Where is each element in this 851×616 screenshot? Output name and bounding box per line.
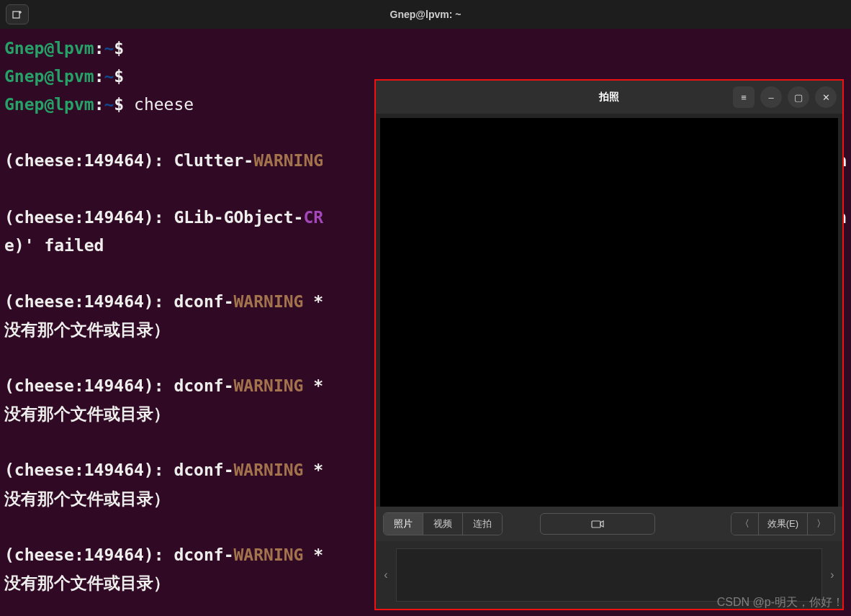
prompt-path: ~ [104,67,114,86]
log-line: * [303,292,323,311]
log-line: (cheese:149464): dconf- [4,376,234,395]
terminal-command: cheese [134,95,194,114]
cheese-toolbar: 照片 视频 连拍 〈 效果(E) 〉 [376,507,842,541]
prompt-dollar: $ [114,95,124,114]
thumb-next-button[interactable]: › [827,569,838,581]
prompt-user: Gnep@lpvm [4,39,94,58]
svg-rect-0 [13,12,19,18]
prompt-colon: : [94,95,104,114]
log-line: (cheese:149464): Clutter- [4,151,253,170]
log-line: 没有那个文件或目录） [4,404,170,423]
log-warning: WARNING [253,151,323,170]
chevron-right-icon: › [830,569,834,581]
chevron-left-icon: ‹ [384,569,387,581]
terminal-titlebar: Gnep@lpvm: ~ [0,0,851,29]
prompt-dollar: $ [114,67,124,86]
maximize-icon: ▢ [794,92,803,103]
log-warning: WARNING [234,461,304,479]
window-title: Gnep@lpvm: ~ [0,9,851,20]
effects-next-button[interactable]: 〉 [808,513,834,535]
log-line: e)' failed [4,236,104,255]
prompt-user: Gnep@lpvm [4,95,94,114]
camera-icon [591,519,604,529]
effects-button[interactable]: 效果(E) [759,513,808,535]
mode-photo-button[interactable]: 照片 [384,513,423,535]
log-line: (cheese:149464): dconf- [4,461,234,479]
prompt-colon: : [94,67,104,86]
effects-prev-button[interactable]: 〈 [731,513,759,535]
log-critical: CR [303,208,323,227]
svg-rect-3 [592,521,600,527]
maximize-button[interactable]: ▢ [788,86,809,108]
prompt-path: ~ [104,95,114,114]
log-warning: WARNING [234,376,304,395]
mode-group: 照片 视频 连拍 [383,512,503,535]
new-tab-icon [12,9,22,19]
thumbnail-area[interactable] [396,548,822,602]
prompt-path: ~ [104,39,114,58]
close-icon: ✕ [822,92,830,103]
mode-video-button[interactable]: 视频 [423,513,463,535]
minimize-button[interactable]: – [760,86,782,108]
hamburger-menu-button[interactable]: ≡ [733,86,755,108]
chevron-right-icon: 〉 [816,517,826,530]
prompt-dollar: $ [114,39,124,58]
close-button[interactable]: ✕ [815,86,837,108]
chevron-left-icon: 〈 [740,517,749,530]
thumbnail-strip: ‹ › [376,541,842,609]
new-tab-button[interactable] [6,4,29,24]
log-line: (cheese:149464): dconf- [4,292,234,311]
capture-button[interactable] [540,513,655,535]
prompt-colon: : [94,39,104,58]
window-controls: ≡ – ▢ ✕ [733,86,837,108]
log-line: 没有那个文件或目录） [4,320,170,339]
log-warning: WARNING [234,292,304,311]
mode-burst-button[interactable]: 连拍 [463,513,502,535]
log-line: * [303,461,323,479]
log-line: (cheese:149464): GLib-GObject- [4,208,303,227]
log-line: (cheese:149464): dconf- [4,545,234,564]
cheese-window: 拍照 ≡ – ▢ ✕ 照片 视频 连拍 〈 效果(E) 〉 ‹ › [374,79,844,610]
log-line: 没有那个文件或目录） [4,489,170,508]
log-line: * [303,376,323,395]
effects-group: 〈 效果(E) 〉 [731,512,835,535]
cheese-header: 拍照 ≡ – ▢ ✕ [376,81,842,114]
hamburger-icon: ≡ [741,92,747,103]
thumb-prev-button[interactable]: ‹ [380,569,392,581]
camera-viewport [380,118,838,507]
log-line: 没有那个文件或目录） [4,574,170,592]
prompt-user: Gnep@lpvm [4,67,94,86]
minimize-icon: – [768,92,773,103]
log-warning: WARNING [234,545,304,564]
log-line: * [303,545,323,564]
